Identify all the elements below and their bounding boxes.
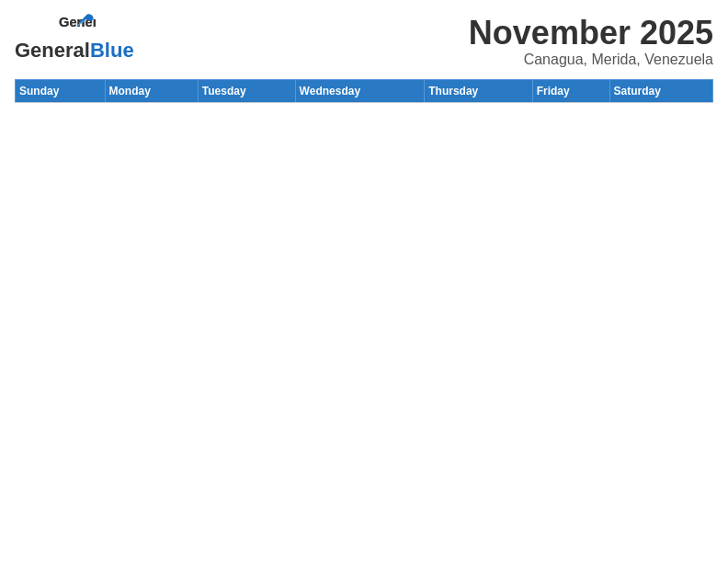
header-monday: Monday xyxy=(105,79,198,102)
logo-text: General Blue xyxy=(15,39,134,63)
header-friday: Friday xyxy=(532,79,609,102)
weekday-header-row: Sunday Monday Tuesday Wednesday Thursday… xyxy=(16,79,713,102)
header-wednesday: Wednesday xyxy=(295,79,425,102)
header-saturday: Saturday xyxy=(609,79,713,102)
logo-bird-icon: General General xyxy=(59,11,96,37)
header: General General General Blue November 20… xyxy=(15,15,713,68)
subtitle: Canagua, Merida, Venezuela xyxy=(469,52,713,68)
logo-area: General General General Blue xyxy=(15,15,134,63)
month-title: November 2025 xyxy=(469,15,713,52)
header-tuesday: Tuesday xyxy=(198,79,295,102)
calendar-table: Sunday Monday Tuesday Wednesday Thursday… xyxy=(15,79,713,103)
header-thursday: Thursday xyxy=(425,79,532,102)
title-area: November 2025 Canagua, Merida, Venezuela xyxy=(469,15,713,68)
header-sunday: Sunday xyxy=(16,79,106,102)
